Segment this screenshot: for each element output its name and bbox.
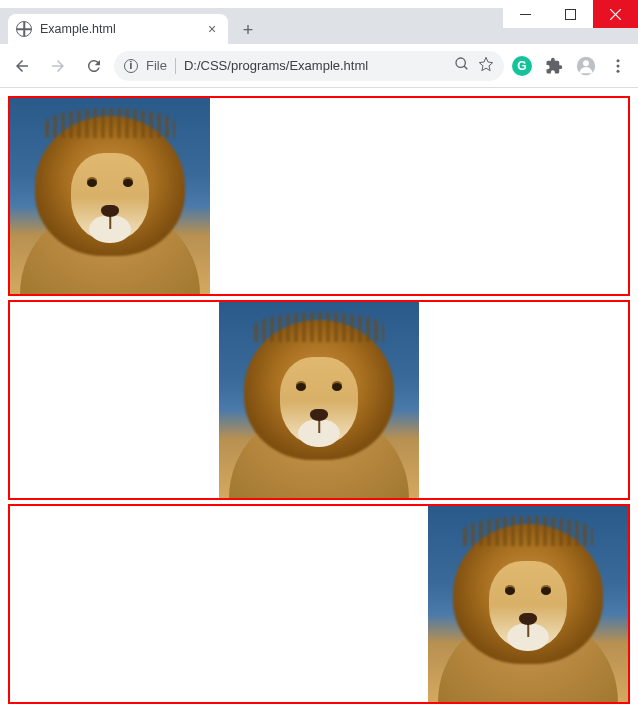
new-tab-button[interactable]: + bbox=[234, 16, 262, 44]
window-controls bbox=[503, 0, 638, 28]
demo-box-left bbox=[8, 96, 630, 296]
svg-point-7 bbox=[617, 69, 620, 72]
svg-point-5 bbox=[617, 59, 620, 62]
back-button[interactable] bbox=[6, 50, 38, 82]
svg-rect-1 bbox=[566, 9, 576, 19]
grammarly-extension-icon[interactable]: G bbox=[508, 52, 536, 80]
tab-close-icon[interactable]: × bbox=[204, 21, 220, 37]
maximize-button[interactable] bbox=[548, 0, 593, 28]
tab-title: Example.html bbox=[40, 22, 196, 36]
forward-button[interactable] bbox=[42, 50, 74, 82]
demo-box-center bbox=[8, 300, 630, 500]
close-button[interactable] bbox=[593, 0, 638, 28]
lion-image bbox=[428, 506, 628, 702]
divider bbox=[175, 58, 176, 74]
menu-icon[interactable] bbox=[604, 52, 632, 80]
url-text: D:/CSS/programs/Example.html bbox=[184, 58, 446, 73]
info-icon[interactable]: i bbox=[124, 59, 138, 73]
extensions-icon[interactable] bbox=[540, 52, 568, 80]
svg-point-4 bbox=[583, 60, 589, 66]
reload-button[interactable] bbox=[78, 50, 110, 82]
browser-toolbar: i File D:/CSS/programs/Example.html G bbox=[0, 44, 638, 88]
zoom-icon[interactable] bbox=[454, 56, 470, 75]
svg-rect-0 bbox=[520, 14, 531, 15]
url-scheme-label: File bbox=[146, 58, 167, 73]
lion-image bbox=[10, 98, 210, 294]
minimize-button[interactable] bbox=[503, 0, 548, 28]
demo-box-right bbox=[8, 504, 630, 704]
svg-point-2 bbox=[456, 58, 465, 67]
browser-tab[interactable]: Example.html × bbox=[8, 14, 228, 44]
profile-icon[interactable] bbox=[572, 52, 600, 80]
page-viewport bbox=[0, 88, 638, 725]
svg-point-6 bbox=[617, 64, 620, 67]
globe-icon bbox=[16, 21, 32, 37]
address-bar[interactable]: i File D:/CSS/programs/Example.html bbox=[114, 51, 504, 81]
star-icon[interactable] bbox=[478, 56, 494, 75]
lion-image bbox=[219, 302, 419, 498]
